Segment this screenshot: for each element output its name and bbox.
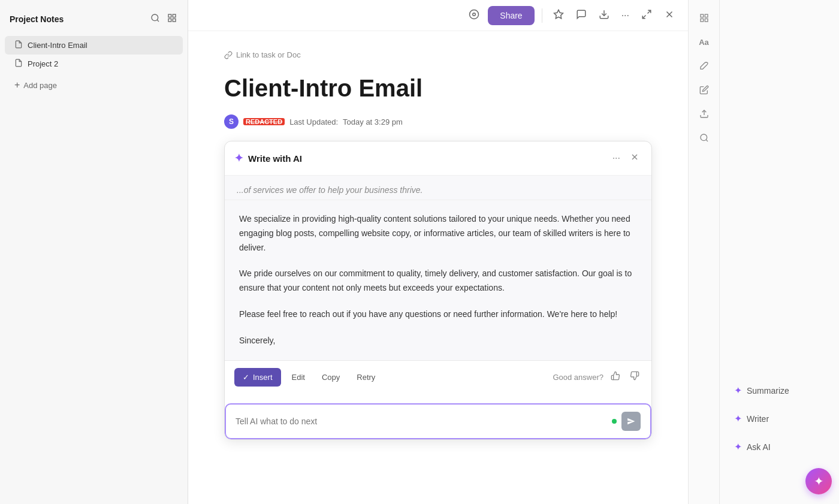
svg-line-11 <box>642 15 645 18</box>
thumbs-up-button[interactable] <box>608 369 623 385</box>
ask-ai-button[interactable]: ✦ Ask AI <box>727 435 832 458</box>
summarize-label: Summarize <box>747 386 789 396</box>
sidebar-item-label-2: Project 2 <box>28 59 58 68</box>
insert-label: Insert <box>253 373 273 382</box>
author-avatar: S <box>224 114 239 129</box>
ai-write-panel: ✦ Write with AI ··· ...of services we of… <box>224 141 652 440</box>
sparkle-icon: ✦ <box>234 152 243 165</box>
svg-rect-16 <box>701 14 704 17</box>
writer-button[interactable]: ✦ Writer <box>727 407 832 430</box>
ai-paragraph-1: We specialize in providing high-quality … <box>239 212 637 255</box>
ai-paragraph-4: Sincerely, <box>239 334 637 348</box>
last-updated-label: Last Updated: <box>289 117 338 126</box>
main-content: Share ··· Link to task or Doc Client-Int… <box>188 0 688 504</box>
ai-panel-more-button[interactable]: ··· <box>610 150 623 166</box>
sidebar-title: Project Notes <box>10 14 64 24</box>
svg-line-10 <box>648 10 651 13</box>
svg-rect-4 <box>168 19 171 22</box>
svg-point-21 <box>701 134 707 141</box>
tag-button[interactable] <box>465 5 483 26</box>
far-right-panel: ✦ Summarize ✦ Writer ✦ Ask AI ✦ <box>719 0 839 504</box>
ai-content-area: ...of services we offer to help your bus… <box>225 176 651 360</box>
svg-point-7 <box>473 13 476 16</box>
copy-button[interactable]: Copy <box>316 368 346 387</box>
sidebar-item-project2[interactable]: Project 2 <box>5 55 183 73</box>
ai-panel-title: ✦ Write with AI <box>234 152 302 165</box>
author-name: REDACTED <box>243 118 285 125</box>
link-to-task-label: Link to task or Doc <box>236 50 301 59</box>
expand-button[interactable] <box>638 5 656 26</box>
edit-button[interactable]: Edit <box>286 368 311 387</box>
svg-rect-5 <box>173 19 176 22</box>
svg-rect-17 <box>705 14 708 17</box>
text-tool-button[interactable]: Aa <box>693 31 715 53</box>
writer-label: Writer <box>747 414 769 424</box>
plus-icon: + <box>14 80 20 90</box>
sidebar-item-label: Client-Intro Email <box>28 41 87 50</box>
more-button[interactable]: ··· <box>618 7 633 25</box>
last-updated-value: Today at 3:29 pm <box>343 117 403 126</box>
edit-tool-button[interactable] <box>693 79 715 101</box>
ai-footer-right-actions: Good answer? <box>553 369 642 385</box>
ai-footer-left-actions: ✓ Insert Edit Copy Retry <box>234 368 381 387</box>
ai-send-button[interactable] <box>621 412 641 431</box>
sidebar: Project Notes Client-Intro Email Project… <box>0 0 188 504</box>
ai-panel-header: ✦ Write with AI ··· <box>225 141 651 176</box>
ask-ai-label: Ask AI <box>747 442 771 452</box>
ai-input[interactable] <box>236 417 607 426</box>
ai-panel-footer: ✓ Insert Edit Copy Retry Good answer? <box>225 360 651 394</box>
sidebar-layout-button[interactable] <box>166 12 178 26</box>
right-tools-panel: Aa <box>688 0 719 504</box>
svg-rect-18 <box>701 19 704 22</box>
layout-tool-button[interactable] <box>693 7 715 29</box>
svg-marker-8 <box>554 10 563 18</box>
ai-panel-close-button[interactable] <box>627 150 642 167</box>
ai-email-body: We specialize in providing high-quality … <box>225 200 651 360</box>
document-icon-2 <box>14 59 23 69</box>
ai-input-container <box>225 403 651 439</box>
paint-tool-button[interactable] <box>693 55 715 77</box>
svg-line-1 <box>157 20 159 22</box>
document-icon <box>14 40 23 50</box>
summarize-sparkle-icon: ✦ <box>734 385 742 396</box>
svg-point-0 <box>152 14 158 21</box>
ai-status-dot <box>612 419 617 424</box>
svg-rect-3 <box>173 14 176 17</box>
svg-rect-2 <box>168 14 171 17</box>
document-title: Client-Intro Email <box>224 74 652 102</box>
writer-sparkle-icon: ✦ <box>734 413 742 424</box>
add-page-label: Add page <box>23 81 57 90</box>
ai-paragraph-2: We pride ourselves on our commitment to … <box>239 267 637 295</box>
upload-tool-button[interactable] <box>693 103 715 125</box>
sidebar-search-button[interactable] <box>149 12 161 26</box>
topbar-divider <box>542 8 542 23</box>
search-tool-button[interactable] <box>693 127 715 149</box>
topbar: Share ··· <box>188 0 688 31</box>
star-button[interactable] <box>550 5 568 26</box>
insert-button[interactable]: ✓ Insert <box>234 368 281 387</box>
far-right-spacer <box>727 10 832 374</box>
sidebar-icon-group <box>149 12 178 26</box>
fab-button[interactable]: ✦ <box>805 468 832 494</box>
share-button[interactable]: Share <box>488 6 534 25</box>
close-button[interactable] <box>660 5 678 26</box>
download-button[interactable] <box>595 5 613 26</box>
fab-icon: ✦ <box>814 474 824 488</box>
summarize-button[interactable]: ✦ Summarize <box>727 379 832 402</box>
ai-panel-title-text: Write with AI <box>248 153 302 164</box>
sidebar-header: Project Notes <box>0 7 188 31</box>
add-page-button[interactable]: + Add page <box>5 76 183 95</box>
link-icon <box>224 51 233 59</box>
insert-icon: ✓ <box>243 373 249 382</box>
svg-rect-19 <box>705 19 708 22</box>
ai-paragraph-3: Please feel free to reach out if you hav… <box>239 307 637 322</box>
link-to-task[interactable]: Link to task or Doc <box>224 50 652 59</box>
ai-panel-action-group: ··· <box>610 150 642 167</box>
thumbs-down-button[interactable] <box>627 369 642 385</box>
sidebar-item-client-intro[interactable]: Client-Intro Email <box>5 36 183 55</box>
document-content: Link to task or Doc Client-Intro Email S… <box>188 31 688 504</box>
comment-button[interactable] <box>572 5 590 26</box>
document-meta: S REDACTED Last Updated: Today at 3:29 p… <box>224 114 652 129</box>
retry-button[interactable]: Retry <box>351 368 381 387</box>
ask-ai-sparkle-icon: ✦ <box>734 441 742 452</box>
